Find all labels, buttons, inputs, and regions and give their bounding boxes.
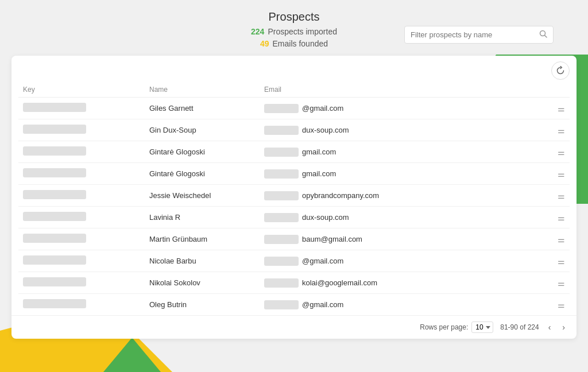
table-row: Gin Dux-Soupdux-soup.com⚌ [18, 119, 570, 141]
pagination: Rows per page: 10 5 25 50 81-90 of 224 ‹… [11, 315, 577, 339]
email-visible: gmail.com [302, 169, 336, 178]
rows-per-page-wrapper: Rows per page: 10 5 25 50 [420, 321, 493, 333]
action-cell: ⚌ [552, 272, 570, 294]
key-cell [18, 228, 145, 250]
key-cell [18, 119, 145, 141]
email-cell: @gmail.com [260, 294, 552, 316]
table-row: Gintarė Glogoskigmail.com⚌ [18, 141, 570, 163]
email-cell: @gmail.com [260, 250, 552, 272]
action-cell: ⚌ [552, 250, 570, 272]
key-cell [18, 294, 145, 316]
email-cell: opybrandcompany.com [260, 185, 552, 207]
key-cell [18, 272, 145, 294]
rows-per-page-select[interactable]: 10 5 25 50 [471, 321, 493, 333]
email-cell: gmail.com [260, 163, 552, 185]
action-cell: ⚌ [552, 228, 570, 250]
col-header-name: Name [145, 82, 260, 98]
search-container [404, 26, 554, 44]
email-blur [264, 213, 299, 222]
action-cell: ⚌ [552, 207, 570, 228]
email-visible: @gmail.com [302, 300, 343, 309]
prospects-imported-line: 224 Prospects imported [251, 26, 337, 38]
key-placeholder [23, 299, 86, 308]
name-cell: Gintarė Glogoski [145, 141, 260, 163]
name-cell: Nicolae Barbu [145, 250, 260, 272]
key-placeholder [23, 146, 86, 156]
delete-button[interactable]: ⚌ [558, 126, 565, 135]
table-row: Martin Grünbaumbaum@gmail.com⚌ [18, 228, 570, 250]
search-wrapper [404, 26, 554, 44]
name-cell: Gin Dux-Soup [145, 119, 260, 141]
email-visible: @gmail.com [302, 104, 343, 113]
email-cell: dux-soup.com [260, 119, 552, 141]
action-cell: ⚌ [552, 185, 570, 207]
key-placeholder [23, 168, 86, 177]
delete-button[interactable]: ⚌ [558, 235, 565, 244]
table-row: Lavinia Rdux-soup.com⚌ [18, 207, 570, 228]
key-cell [18, 141, 145, 163]
delete-button[interactable]: ⚌ [558, 278, 565, 288]
table-row: Nikolai Sokolovkolai@googlemail.com⚌ [18, 272, 570, 294]
table-row: Gintarė Glogoskigmail.com⚌ [18, 163, 570, 185]
delete-button[interactable]: ⚌ [558, 300, 565, 309]
rows-per-page-label: Rows per page: [420, 323, 468, 331]
key-placeholder [23, 190, 86, 199]
next-page-button[interactable]: › [560, 321, 567, 333]
key-placeholder [23, 103, 86, 112]
header-stats: 224 Prospects imported 49 Emails founded [251, 26, 337, 50]
search-input[interactable] [411, 30, 539, 39]
name-cell: Jessie Weischedel [145, 185, 260, 207]
email-visible: kolai@googlemail.com [302, 278, 377, 287]
table-row: Jessie Weischedelopybrandcompany.com⚌ [18, 185, 570, 207]
prospects-table: Key Name Email Giles Garnett@gmail.com⚌G… [18, 82, 570, 315]
action-cell: ⚌ [552, 163, 570, 185]
delete-button[interactable]: ⚌ [558, 148, 565, 157]
main-card: Key Name Email Giles Garnett@gmail.com⚌G… [11, 56, 577, 339]
key-cell [18, 250, 145, 272]
email-visible: dux-soup.com [302, 213, 349, 222]
email-cell: kolai@googlemail.com [260, 272, 552, 294]
prev-page-button[interactable]: ‹ [546, 321, 554, 333]
email-visible: opybrandcompany.com [302, 191, 379, 200]
col-header-key: Key [18, 82, 145, 98]
action-cell: ⚌ [552, 119, 570, 141]
email-blur [264, 300, 299, 309]
email-cell: baum@gmail.com [260, 228, 552, 250]
table-row: Oleg Butrin@gmail.com⚌ [18, 294, 570, 316]
delete-button[interactable]: ⚌ [558, 191, 565, 200]
action-cell: ⚌ [552, 141, 570, 163]
imported-count: 224 [251, 26, 264, 38]
key-cell [18, 98, 145, 119]
col-header-email: Email [260, 82, 552, 98]
email-blur [264, 257, 299, 266]
email-blur [264, 169, 299, 179]
name-cell: Oleg Butrin [145, 294, 260, 316]
delete-button[interactable]: ⚌ [558, 169, 565, 179]
emails-founded-line: 49 Emails founded [260, 38, 328, 50]
table-wrapper: Key Name Email Giles Garnett@gmail.com⚌G… [11, 82, 577, 315]
table-header-row: Key Name Email [18, 82, 570, 98]
email-blur [264, 104, 299, 113]
search-icon [539, 30, 547, 40]
name-cell: Gintarė Glogoski [145, 163, 260, 185]
key-placeholder [23, 234, 86, 243]
email-blur [264, 148, 299, 157]
emails-count: 49 [260, 38, 269, 50]
delete-button[interactable]: ⚌ [558, 257, 565, 266]
page-info: 81-90 of 224 [500, 323, 539, 331]
svg-line-1 [545, 36, 547, 38]
key-placeholder [23, 212, 86, 221]
delete-button[interactable]: ⚌ [558, 104, 565, 113]
email-cell: @gmail.com [260, 98, 552, 119]
refresh-button[interactable] [551, 61, 570, 80]
email-visible: gmail.com [302, 148, 336, 156]
email-visible: dux-soup.com [302, 126, 349, 134]
action-cell: ⚌ [552, 294, 570, 316]
name-cell: Giles Garnett [145, 98, 260, 119]
col-header-action [552, 82, 570, 98]
table-row: Giles Garnett@gmail.com⚌ [18, 98, 570, 119]
email-blur [264, 191, 299, 200]
emails-label: Emails founded [273, 38, 328, 50]
key-cell [18, 207, 145, 228]
delete-button[interactable]: ⚌ [558, 213, 565, 222]
